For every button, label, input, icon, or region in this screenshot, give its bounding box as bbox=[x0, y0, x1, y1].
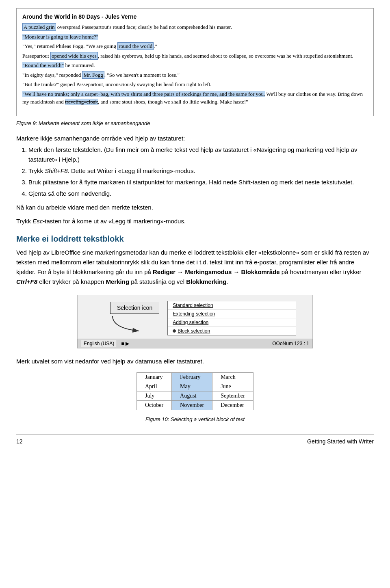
para5: "Round the world!" he murmured. bbox=[22, 61, 368, 69]
month-row-4: October November December bbox=[136, 400, 253, 410]
month-table: January February March April May June Ju… bbox=[136, 372, 254, 410]
month-jan: January bbox=[136, 372, 171, 382]
noncontiguous-steps: Merk den første tekstdelen. (Du finn mei… bbox=[28, 145, 374, 199]
note2: Trykk Esc-tasten for å kome ut av «Legg … bbox=[16, 216, 374, 226]
dropdown-menu-area: Standard selection Extending selection A… bbox=[167, 301, 304, 335]
month-jul: July bbox=[136, 391, 171, 400]
highlight1: A puzzled grin bbox=[22, 23, 56, 31]
menu-item-block[interactable]: Block selection bbox=[168, 327, 296, 335]
menu-item-standard[interactable]: Standard selection bbox=[168, 301, 296, 310]
figure9-box: Around the World in 80 Days - Jules Vern… bbox=[16, 8, 374, 116]
para7: "But the trunks?" gasped Passepartout, u… bbox=[22, 80, 368, 89]
highlight8b: traveling–cloak bbox=[65, 99, 98, 105]
note1: Nå kan du arbeide vidare med den merkte … bbox=[16, 203, 374, 212]
month-feb: February bbox=[172, 372, 212, 382]
month-may: May bbox=[172, 382, 212, 391]
highlight2: "Monsieur is going to leave home?" bbox=[22, 34, 98, 40]
month-row-2: April May June bbox=[136, 382, 253, 391]
month-jun: June bbox=[212, 382, 254, 391]
para1: A puzzled grin overspread Passepartout's… bbox=[22, 23, 368, 31]
highlight3: round the world bbox=[117, 42, 154, 50]
month-nov: November bbox=[172, 400, 212, 410]
month-row-1: January February March bbox=[136, 372, 253, 382]
page-number: 12 bbox=[16, 438, 23, 445]
month-sep: September bbox=[212, 391, 254, 400]
month-mar: March bbox=[212, 372, 254, 382]
month-row-3: July August September bbox=[136, 391, 253, 400]
figure10-caption: Figure 10: Selecting a vertical block of… bbox=[16, 416, 374, 422]
month-aug: August bbox=[172, 391, 212, 400]
figure9-caption: Figure 9: Markerte element som ikkje er … bbox=[16, 120, 374, 126]
highlight8: "We'll have no trunks; only a carpet–bag… bbox=[22, 91, 265, 97]
figure9-title: Around the World in 80 Days - Jules Vern… bbox=[22, 13, 368, 20]
fig-inner: Selection icon Standard selection Extend… bbox=[77, 295, 313, 348]
month-apr: April bbox=[136, 382, 171, 391]
arrow-svg bbox=[108, 314, 145, 334]
para8: "We'll have no trunks; only a carpet–bag… bbox=[22, 90, 368, 106]
menu-item-block-label: Block selection bbox=[178, 328, 210, 334]
footer-right: Getting Started with Writer bbox=[307, 438, 374, 445]
menu-item-adding[interactable]: Adding selection bbox=[168, 318, 296, 327]
status-center: ■ ▶ bbox=[121, 341, 129, 346]
section-noncontiguous: Markere ikkje samanhengande område ved h… bbox=[16, 134, 374, 199]
highlight5: "Round the world!" bbox=[22, 62, 64, 68]
highlight4: opened wide his eyes bbox=[50, 52, 98, 60]
dropdown-menu: Standard selection Extending selection A… bbox=[167, 301, 296, 335]
figure10-note: Merk utvalet som vist nedanfor ved hjelp… bbox=[16, 357, 374, 366]
month-oct: October bbox=[136, 400, 171, 410]
selection-figure-wrapper: Selection icon Standard selection Extend… bbox=[16, 295, 374, 348]
step3: Bruk piltastane for å flytte markøren ti… bbox=[28, 177, 374, 187]
status-bar: English (USA) ■ ▶ OOoNum 123 : 1 bbox=[77, 339, 313, 348]
step1: Merk den første tekstdelen. (Du finn mei… bbox=[28, 145, 374, 164]
menu-item-extending[interactable]: Extending selection bbox=[168, 310, 296, 318]
selection-icon-area: Selection icon bbox=[94, 302, 159, 334]
month-dec: December bbox=[212, 400, 254, 410]
radio-dot bbox=[173, 329, 176, 333]
figure9-content: A puzzled grin overspread Passepartout's… bbox=[22, 23, 368, 106]
step2: Trykk Shift+F8. Dette set Writer i «Legg… bbox=[28, 166, 374, 176]
noncontiguous-intro: Markere ikkje samanhengande område ved h… bbox=[16, 134, 374, 143]
status-right: OOoNum 123 : 1 bbox=[272, 341, 309, 346]
fig-row: Selection icon Standard selection Extend… bbox=[77, 295, 313, 339]
para6: "In eighty days," responded Mr. Fogg. "S… bbox=[22, 71, 368, 79]
para3: "Yes," returned Phileas Fogg. "We are go… bbox=[22, 42, 368, 50]
para4: Passepartout opened wide his eyes, raise… bbox=[22, 52, 368, 60]
para2: "Monsieur is going to leave home?" bbox=[22, 33, 368, 41]
step4: Gjenta så ofte som nødvendig. bbox=[28, 189, 374, 199]
selection-icon-box: Selection icon bbox=[110, 302, 159, 314]
highlight6: Mr. Fogg bbox=[82, 71, 104, 79]
status-lang: English (USA) bbox=[81, 340, 117, 347]
page-footer: 12 Getting Started with Writer bbox=[16, 435, 374, 445]
section-block-body: Ved hjelp av LibreOffice sine markerings… bbox=[16, 248, 374, 287]
section-block-heading: Merke ei loddrett tekstblokk bbox=[16, 234, 374, 244]
